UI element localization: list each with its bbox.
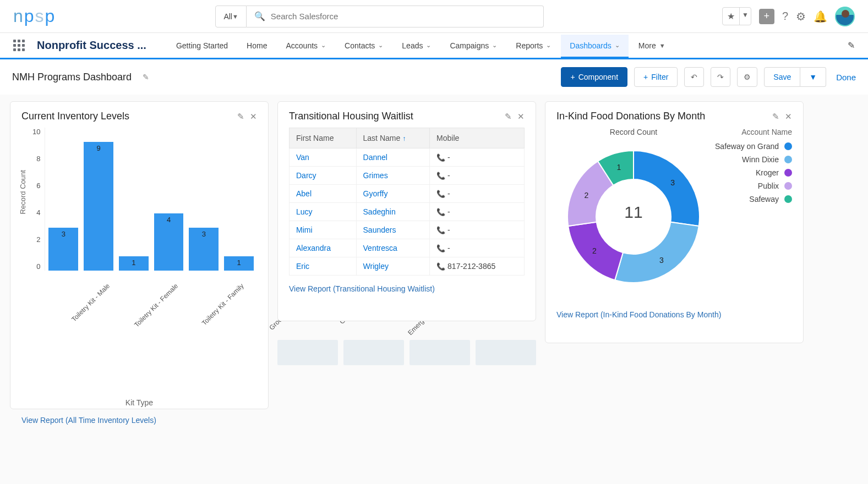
cell-first[interactable]: Darcy xyxy=(290,167,357,185)
nav-getting-started[interactable]: Getting Started xyxy=(167,35,237,57)
col-mobile[interactable]: Mobile xyxy=(430,128,525,148)
cell-last[interactable]: Gyorffy xyxy=(356,185,430,203)
grid-placeholder[interactable] xyxy=(294,414,360,439)
edit-nav-icon[interactable]: ✎ xyxy=(848,40,855,51)
grid-placeholder[interactable] xyxy=(793,475,858,484)
grid-placeholder[interactable] xyxy=(223,444,289,470)
grid-placeholder[interactable] xyxy=(508,414,574,439)
grid-placeholder[interactable] xyxy=(722,475,787,484)
undo-button[interactable]: ↶ xyxy=(684,67,704,87)
search-box[interactable]: 🔍 xyxy=(247,6,544,28)
edit-card-icon[interactable]: ✎ xyxy=(237,112,244,122)
edit-card-icon[interactable]: ✎ xyxy=(772,112,779,122)
grid-placeholder[interactable] xyxy=(650,475,716,484)
add-filter-button[interactable]: +Filter xyxy=(634,67,678,87)
table-row[interactable]: LucySadeghin📞- xyxy=(290,203,525,221)
cell-last[interactable]: Grimes xyxy=(356,167,430,185)
cell-last[interactable]: Wrigley xyxy=(356,257,430,276)
grid-placeholder[interactable] xyxy=(81,444,146,470)
grid-placeholder[interactable] xyxy=(579,444,645,470)
cell-mobile[interactable]: 📞- xyxy=(430,239,525,257)
grid-placeholder[interactable] xyxy=(410,340,470,365)
global-add-button[interactable]: + xyxy=(759,9,774,24)
cell-last[interactable]: Ventresca xyxy=(356,239,430,257)
grid-placeholder[interactable] xyxy=(365,414,431,439)
nav-more[interactable]: More▼ xyxy=(630,35,674,57)
grid-placeholder[interactable] xyxy=(508,444,574,470)
table-row[interactable]: MimiSaunders📞- xyxy=(290,221,525,239)
grid-placeholder[interactable] xyxy=(437,444,503,470)
grid-placeholder[interactable] xyxy=(10,444,75,470)
grid-placeholder[interactable] xyxy=(793,444,858,470)
cell-mobile[interactable]: 📞817-212-3865 xyxy=(430,257,525,276)
legend-item[interactable]: Winn Dixie xyxy=(711,155,792,164)
grid-placeholder[interactable] xyxy=(650,444,716,470)
notifications-bell-icon[interactable]: 🔔 xyxy=(814,10,827,23)
cell-last[interactable]: Sadeghin xyxy=(356,203,430,221)
nav-campaigns[interactable]: Campaigns⌄ xyxy=(441,35,506,57)
cell-mobile[interactable]: 📞- xyxy=(430,185,525,203)
grid-placeholder[interactable] xyxy=(294,475,360,484)
view-report-inventory[interactable]: View Report (All Time Inventory Levels) xyxy=(21,416,257,425)
close-card-icon[interactable]: ✕ xyxy=(785,112,792,122)
legend-item[interactable]: Safeway on Grand xyxy=(711,142,792,151)
col-last-name[interactable]: Last Name↑ xyxy=(356,128,430,148)
favorite-button[interactable]: ★ xyxy=(723,8,740,25)
nav-dashboards[interactable]: Dashboards⌄ xyxy=(561,35,629,58)
grid-placeholder[interactable] xyxy=(437,414,503,439)
grid-placeholder[interactable] xyxy=(277,340,338,365)
view-report-waitlist[interactable]: View Report (Transitional Housing Waitli… xyxy=(289,284,525,293)
legend-item[interactable]: Publix xyxy=(711,182,792,190)
cell-last[interactable]: Saunders xyxy=(356,221,430,239)
nav-leads[interactable]: Leads⌄ xyxy=(393,35,440,57)
grid-placeholder[interactable] xyxy=(650,414,716,439)
search-input[interactable] xyxy=(271,12,536,21)
cell-first[interactable]: Eric xyxy=(290,257,357,276)
edit-card-icon[interactable]: ✎ xyxy=(505,112,512,122)
cell-first[interactable]: Abel xyxy=(290,185,357,203)
cell-first[interactable]: Lucy xyxy=(290,203,357,221)
grid-placeholder[interactable] xyxy=(508,475,574,484)
cell-mobile[interactable]: 📞- xyxy=(430,203,525,221)
cell-mobile[interactable]: 📞- xyxy=(430,221,525,239)
favorites-dropdown[interactable]: ▼ xyxy=(740,8,751,25)
table-row[interactable]: AlexandraVentresca📞- xyxy=(290,239,525,257)
cell-first[interactable]: Alexandra xyxy=(290,239,357,257)
grid-placeholder[interactable] xyxy=(365,444,431,470)
grid-placeholder[interactable] xyxy=(476,340,536,365)
grid-placeholder[interactable] xyxy=(365,475,431,484)
grid-placeholder[interactable] xyxy=(152,444,218,470)
close-card-icon[interactable]: ✕ xyxy=(250,112,257,122)
table-row[interactable]: VanDannel📞- xyxy=(290,148,525,167)
add-component-button[interactable]: +Component xyxy=(561,67,627,87)
nav-contacts[interactable]: Contacts⌄ xyxy=(336,35,392,57)
redo-button[interactable]: ↷ xyxy=(711,67,730,87)
legend-item[interactable]: Safeway xyxy=(711,195,792,204)
save-button[interactable]: Save xyxy=(764,67,800,87)
nav-home[interactable]: Home xyxy=(238,35,276,57)
grid-placeholder[interactable] xyxy=(343,340,404,365)
cell-first[interactable]: Van xyxy=(290,148,357,167)
settings-gear-icon[interactable]: ⚙ xyxy=(796,10,806,23)
cell-first[interactable]: Mimi xyxy=(290,221,357,239)
view-report-donations[interactable]: View Report (In-Kind Food Donations By M… xyxy=(556,310,792,319)
cell-last[interactable]: Dannel xyxy=(356,148,430,167)
edit-title-icon[interactable]: ✎ xyxy=(143,73,149,81)
dashboard-settings-button[interactable]: ⚙ xyxy=(737,67,757,87)
done-button[interactable]: Done xyxy=(836,73,856,82)
nav-reports[interactable]: Reports⌄ xyxy=(507,35,560,57)
cell-mobile[interactable]: 📞- xyxy=(430,167,525,185)
grid-placeholder[interactable] xyxy=(10,475,75,484)
grid-placeholder[interactable] xyxy=(722,444,787,470)
table-row[interactable]: DarcyGrimes📞- xyxy=(290,167,525,185)
user-avatar[interactable] xyxy=(835,7,855,26)
help-icon[interactable]: ? xyxy=(782,10,788,23)
grid-placeholder[interactable] xyxy=(722,414,787,439)
table-row[interactable]: AbelGyorffy📞- xyxy=(290,185,525,203)
close-card-icon[interactable]: ✕ xyxy=(517,112,525,122)
cell-mobile[interactable]: 📞- xyxy=(430,148,525,167)
grid-placeholder[interactable] xyxy=(294,444,360,470)
legend-item[interactable]: Kroger xyxy=(711,168,792,177)
grid-placeholder[interactable] xyxy=(437,475,503,484)
save-dropdown[interactable]: ▼ xyxy=(800,67,826,87)
